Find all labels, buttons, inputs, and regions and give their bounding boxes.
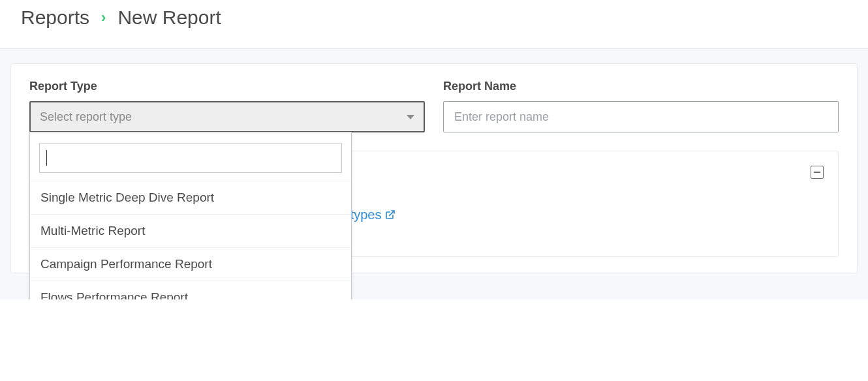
breadcrumb-current: New Report — [117, 7, 221, 29]
report-form-card: Report Type Select report type Single Me… — [10, 63, 858, 273]
report-type-placeholder: Select report type — [40, 110, 132, 124]
dropdown-search-wrapper — [39, 143, 342, 173]
collapse-button[interactable] — [811, 166, 824, 179]
external-link-icon — [385, 206, 395, 225]
dropdown-search-input[interactable] — [47, 151, 335, 165]
breadcrumb-root[interactable]: Reports — [21, 7, 89, 29]
breadcrumb: Reports › New Report — [21, 7, 847, 29]
report-type-label: Report Type — [29, 80, 425, 93]
report-name-input[interactable] — [443, 101, 839, 132]
dropdown-option[interactable]: Campaign Performance Report — [30, 247, 351, 281]
page-header: Reports › New Report — [0, 0, 868, 48]
dropdown-option[interactable]: Single Metric Deep Dive Report — [30, 181, 351, 214]
dropdown-options-list: Single Metric Deep Dive Report Multi-Met… — [30, 181, 351, 299]
chevron-right-icon: › — [101, 9, 106, 26]
report-type-select[interactable]: Select report type — [29, 101, 425, 132]
form-row: Report Type Select report type Single Me… — [29, 80, 839, 132]
svg-line-0 — [390, 211, 394, 215]
dropdown-option[interactable]: Multi-Metric Report — [30, 214, 351, 247]
dropdown-option[interactable]: Flows Performance Report — [30, 281, 351, 299]
minus-icon — [814, 172, 820, 173]
report-name-label: Report Name — [443, 80, 839, 93]
report-name-field: Report Name — [443, 80, 839, 132]
report-type-field: Report Type Select report type Single Me… — [29, 80, 425, 132]
report-type-dropdown: Single Metric Deep Dive Report Multi-Met… — [29, 132, 352, 299]
content-area: Report Type Select report type Single Me… — [0, 48, 868, 299]
caret-down-icon — [407, 115, 414, 119]
